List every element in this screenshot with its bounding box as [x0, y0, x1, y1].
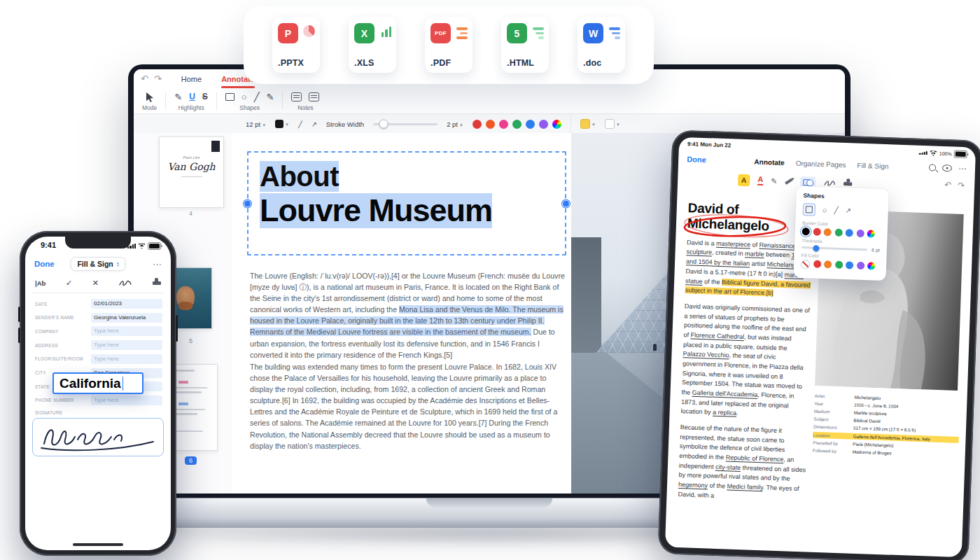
sender-name-field[interactable]: Georgina Valenzuela [91, 313, 162, 323]
tab-organize-pages[interactable]: Organize Pages [796, 159, 846, 168]
stamp-icon[interactable] [153, 281, 161, 285]
tab-home[interactable]: Home [181, 75, 202, 83]
signature-tool-icon[interactable] [823, 178, 836, 188]
stamp-tool-icon[interactable] [844, 182, 852, 186]
cover-logo-badge [211, 141, 220, 152]
color-swatch[interactable] [486, 120, 495, 129]
color-swatch[interactable] [801, 260, 810, 269]
pen-tool-icon[interactable]: ✎ [771, 176, 778, 186]
thickness-value: 6 pt [872, 247, 880, 252]
slider-knob[interactable] [813, 245, 819, 251]
freehand-pen-icon[interactable]: ✎ [267, 92, 274, 102]
color-swatch[interactable] [499, 120, 508, 129]
stroke-width-dropdown[interactable]: 2 pt▼ [447, 120, 463, 128]
chevron-down-icon: ▼ [285, 122, 289, 127]
rectangle-shape-icon[interactable] [225, 93, 234, 101]
line-shape-option[interactable]: ╱ [834, 207, 838, 214]
format-item-html[interactable]: 5 .HTML [501, 17, 549, 73]
marker-tool-icon[interactable] [785, 178, 792, 185]
color-swatch[interactable] [856, 230, 864, 237]
undo-icon[interactable]: ↶ [944, 180, 952, 190]
more-icon[interactable]: ⋯ [958, 164, 967, 174]
cursor-icon[interactable] [146, 92, 154, 102]
format-item-xls[interactable]: X .XLS [349, 17, 396, 73]
color-swatch[interactable] [472, 120, 482, 129]
title-selection-box[interactable]: About Louvre Museum [247, 151, 566, 255]
address-field[interactable]: Type here [91, 340, 162, 350]
color-swatch[interactable] [539, 120, 548, 129]
color-swatch[interactable] [856, 262, 864, 270]
color-swatch[interactable] [834, 229, 842, 237]
tab-annotate[interactable]: Annotate [754, 158, 785, 167]
slider-knob[interactable] [379, 120, 388, 129]
color-swatch[interactable] [867, 230, 875, 237]
more-icon[interactable]: ⋯ [153, 259, 162, 270]
redo-icon[interactable]: ↷ [154, 74, 162, 84]
text-caret [122, 377, 124, 391]
selection-handle-right[interactable] [562, 200, 570, 207]
format-item-doc[interactable]: W .doc [578, 17, 625, 73]
floor-field[interactable]: Type here [91, 354, 162, 364]
thickness-slider[interactable] [802, 246, 867, 251]
highlighter-tool-icon[interactable]: A [738, 174, 750, 186]
done-button[interactable]: Done [34, 260, 55, 268]
format-item-pptx[interactable]: P .PPTX [272, 17, 320, 73]
date-field[interactable]: 02/01/2023 [91, 299, 162, 309]
color-swatch[interactable] [813, 228, 820, 236]
undo-icon[interactable]: ↶ [141, 74, 148, 84]
ellipse-shape-icon[interactable]: ○ [241, 92, 247, 102]
text-span: David is a [687, 239, 716, 246]
home-indicator[interactable] [73, 543, 123, 546]
font-size-dropdown[interactable]: 12 pt▼ [246, 120, 266, 128]
pptx-icon: P [278, 23, 298, 43]
done-button[interactable]: Done [687, 155, 706, 164]
format-label: .PDF [430, 58, 451, 68]
page-thumbnail-cover[interactable]: Paint Like Van Gogh [159, 136, 224, 208]
phone-number-field[interactable]: Type here [91, 396, 162, 405]
color-swatch[interactable] [824, 228, 832, 236]
search-icon[interactable] [929, 164, 936, 171]
arrow-tool-icon[interactable]: ↗ [312, 120, 317, 128]
note-icon[interactable] [291, 92, 302, 102]
fill-color-dropdown[interactable]: ▼ [605, 119, 620, 129]
check-icon[interactable]: ✓ [66, 279, 72, 288]
underline-icon[interactable]: U [189, 92, 195, 101]
color-swatch[interactable] [552, 120, 561, 129]
redo-icon[interactable]: ↷ [958, 181, 965, 190]
color-swatch[interactable] [867, 262, 875, 270]
arrow-shape-option[interactable]: ↗ [845, 207, 851, 214]
company-field[interactable]: Type here [91, 326, 162, 336]
text-insert-icon[interactable]: |Ab [35, 279, 46, 287]
text-color-tool-icon[interactable]: A [757, 176, 763, 186]
color-swatch[interactable] [824, 260, 832, 268]
highlight-pen-icon[interactable]: ✎ [174, 92, 182, 102]
mode-switcher[interactable]: Fill & Sign ▴▾ [70, 257, 125, 271]
comment-icon[interactable] [309, 92, 319, 102]
text-color-dropdown[interactable]: ▼ [275, 120, 289, 128]
text-span-lnk: marble [745, 251, 764, 258]
tab-fill-sign[interactable]: Fill & Sign [857, 161, 888, 170]
line-tool-icon[interactable]: ╱ [298, 120, 302, 128]
line-shape-icon[interactable]: ╱ [254, 92, 260, 102]
color-swatch[interactable] [813, 260, 820, 268]
active-text-editor[interactable]: California [52, 372, 144, 394]
signature-box[interactable] [32, 418, 164, 456]
color-swatch[interactable] [846, 261, 853, 269]
color-swatch[interactable] [512, 120, 522, 129]
signature-icon[interactable] [118, 279, 132, 287]
cross-icon[interactable]: ✕ [92, 279, 99, 288]
tablet-paragraph-2: David was originally commissioned as one… [680, 302, 812, 421]
color-swatch[interactable] [846, 229, 853, 237]
color-swatch[interactable] [802, 227, 810, 235]
stroke-width-slider[interactable] [373, 123, 438, 125]
color-swatch[interactable] [526, 120, 535, 129]
ellipse-shape-option[interactable]: ○ [822, 206, 827, 214]
highlight-color-dropdown[interactable]: ▼ [580, 119, 596, 129]
selection-handle-left[interactable] [244, 200, 251, 207]
view-icon[interactable] [942, 164, 952, 172]
signal-icon [919, 151, 927, 155]
rectangle-shape-option[interactable] [803, 203, 816, 216]
color-swatch[interactable] [834, 261, 842, 269]
format-item-pdf[interactable]: PDF .PDF [425, 17, 472, 73]
strikethrough-icon[interactable]: S [202, 92, 208, 101]
